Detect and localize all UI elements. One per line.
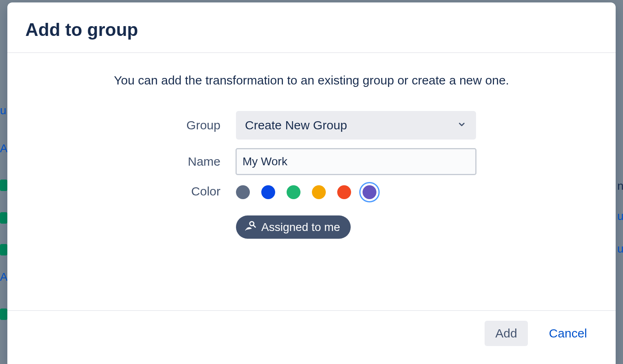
name-row: Name: [147, 149, 476, 175]
tag-label: Assigned to me: [261, 221, 340, 234]
group-label: Group: [147, 118, 220, 132]
add-button[interactable]: Add: [485, 321, 527, 346]
tag-row: Assigned to me: [147, 208, 476, 239]
color-swatch-red[interactable]: [337, 185, 351, 199]
modal-title: Add to group: [25, 20, 598, 40]
group-select-value: Create New Group: [245, 118, 347, 132]
assigned-to-me-tag[interactable]: Assigned to me: [236, 215, 351, 239]
color-swatch-orange[interactable]: [312, 185, 326, 199]
chevron-down-icon: [457, 120, 466, 131]
group-row: Group Create New Group: [147, 111, 476, 140]
modal-header: Add to group: [7, 2, 616, 53]
color-swatch-gray[interactable]: [236, 185, 250, 199]
modal-description: You can add the transformation to an exi…: [114, 73, 509, 87]
modal-body: You can add the transformation to an exi…: [7, 53, 616, 310]
modal-footer: Add Cancel: [7, 310, 616, 364]
svg-line-1: [254, 225, 256, 227]
name-input[interactable]: [236, 149, 476, 175]
color-swatch-blue[interactable]: [261, 185, 275, 199]
color-row: Color: [147, 184, 476, 199]
color-swatches: [236, 184, 376, 199]
cancel-button[interactable]: Cancel: [538, 321, 598, 346]
form-rows: Group Create New Group Name Color: [147, 111, 476, 239]
person-search-icon: [244, 220, 256, 235]
color-swatch-purple[interactable]: [363, 185, 376, 199]
color-swatch-green[interactable]: [287, 185, 300, 199]
group-select[interactable]: Create New Group: [236, 111, 476, 140]
name-label: Name: [147, 155, 220, 169]
color-label: Color: [147, 184, 220, 198]
add-to-group-modal: Add to group You can add the transformat…: [7, 2, 616, 364]
